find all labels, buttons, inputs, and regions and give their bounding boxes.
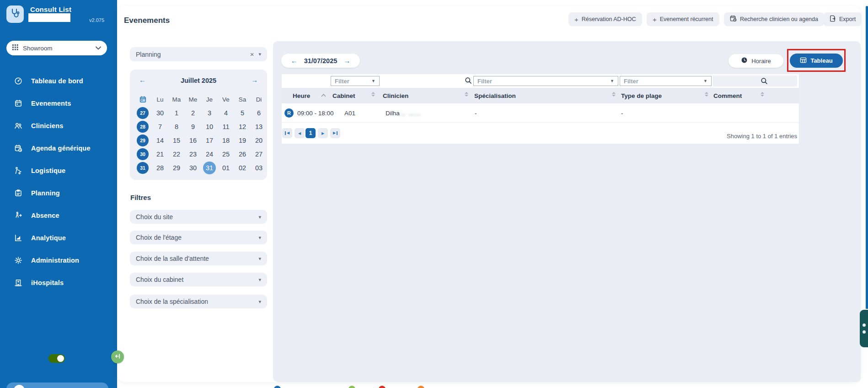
filter-select-site[interactable]: Choix du site ▾ xyxy=(130,210,267,224)
filter-select-specialisation[interactable]: Choix de la spécialisation ▾ xyxy=(130,295,267,308)
calendar-day[interactable]: 27 xyxy=(252,148,265,161)
calendar-day[interactable]: 24 xyxy=(203,148,216,161)
agenda-select[interactable]: Planning × ▾ xyxy=(130,47,267,61)
last-page-button[interactable]: ▶ xyxy=(330,128,340,138)
column-header-specialisation[interactable]: Spécialisation xyxy=(474,92,516,99)
calendar-day[interactable]: 02 xyxy=(236,162,249,174)
sort-icon[interactable] xyxy=(465,92,468,97)
calendar-day[interactable]: 01 xyxy=(220,162,232,174)
column-header-cabinet[interactable]: Cabinet xyxy=(332,92,355,99)
legend-dot-red xyxy=(379,386,386,388)
search-icon[interactable] xyxy=(465,77,472,86)
calendar-icon[interactable] xyxy=(134,96,152,103)
evenement-recurrent-button[interactable]: + Evenement récurrent xyxy=(647,12,719,26)
next-page-button[interactable]: ▶ xyxy=(318,128,328,138)
calendar-day[interactable]: 23 xyxy=(187,148,199,161)
scrollbar-thumb[interactable] xyxy=(866,6,868,309)
column-header-heure[interactable]: Heure xyxy=(293,92,310,99)
view-horaire-button[interactable]: Horaire xyxy=(729,54,783,68)
sidebar-item-logistique[interactable]: Logistique xyxy=(0,159,117,182)
calendar-day[interactable]: 19 xyxy=(236,134,249,147)
calendar-next-month-button[interactable]: → xyxy=(251,76,258,84)
calendar-day[interactable]: 25 xyxy=(220,148,232,161)
sidebar-item-absence[interactable]: Absence xyxy=(0,204,117,226)
calendar-day[interactable]: 21 xyxy=(154,148,166,161)
filter-select-etage[interactable]: Choix de l'étage ▾ xyxy=(130,231,267,244)
table-search-input[interactable] xyxy=(713,75,797,86)
page-1-button[interactable]: 1 xyxy=(305,128,316,138)
first-page-button[interactable]: ◀ xyxy=(282,128,292,138)
calendar-day[interactable]: 03 xyxy=(252,162,265,174)
table-row[interactable]: R 09:00 - 18:00 A01 Dilha… …… - - xyxy=(282,103,799,123)
sort-icon[interactable] xyxy=(761,92,764,97)
prev-page-button[interactable]: ◀ xyxy=(295,128,305,138)
sidebar-item-planning[interactable]: Planning xyxy=(0,182,117,204)
calendar-day-selected[interactable]: 31 xyxy=(203,162,216,174)
sidebar-item-tableau-de-bord[interactable]: Tableau de bord xyxy=(0,70,117,92)
help-widget[interactable] xyxy=(860,310,868,347)
sort-icon[interactable] xyxy=(612,92,616,97)
calendar-day[interactable]: 3 xyxy=(203,107,216,119)
calendar-day[interactable]: 1 xyxy=(170,107,183,119)
calendar-day[interactable]: 30 xyxy=(154,107,166,119)
collapse-sidebar-button[interactable] xyxy=(111,350,124,363)
calendar-day[interactable]: 12 xyxy=(236,120,249,133)
calendar-day[interactable]: 10 xyxy=(203,120,216,133)
sidebar-toggle[interactable] xyxy=(48,354,65,363)
recherche-clinicien-button[interactable]: Recherche clinicien ou agenda xyxy=(724,12,824,26)
next-day-button[interactable]: → xyxy=(343,57,350,65)
user-box[interactable] xyxy=(6,383,108,388)
column-header-clinicien[interactable]: Clinicien xyxy=(383,92,408,99)
sort-icon[interactable] xyxy=(371,92,375,97)
calendar-day[interactable]: 2 xyxy=(187,107,199,119)
calendar-day[interactable]: 11 xyxy=(220,120,232,133)
calendar-day[interactable]: 7 xyxy=(154,120,166,133)
legend-dot-green xyxy=(348,386,355,388)
specialisation-filter-dropdown[interactable]: Filter ▼ xyxy=(620,76,712,86)
filter-select-label: Choix de l'étage xyxy=(136,234,182,241)
avatar xyxy=(14,385,25,388)
cabinet-filter-dropdown[interactable]: Filter ▼ xyxy=(331,76,380,86)
sort-icon[interactable] xyxy=(705,92,708,97)
prev-day-button[interactable]: ← xyxy=(291,57,298,65)
sidebar-item-ihospitals[interactable]: iHospitals xyxy=(0,271,117,294)
sidebar-item-cliniciens[interactable]: Cliniciens xyxy=(0,114,117,137)
export-button[interactable]: Export xyxy=(823,12,862,26)
view-tableau-button[interactable]: Tableau xyxy=(790,54,843,68)
sidebar-item-agenda-generique[interactable]: Agenda générique xyxy=(0,137,117,159)
sidebar-item-evenements[interactable]: Evenements xyxy=(0,92,117,114)
calendar-day[interactable]: 8 xyxy=(170,120,183,133)
sidebar-item-label: Absence xyxy=(31,212,59,219)
calendar-day[interactable]: 26 xyxy=(236,148,249,161)
filter-select-cabinet[interactable]: Choix du cabinet ▾ xyxy=(130,273,267,286)
sort-asc-icon[interactable] xyxy=(321,94,326,99)
filter-select-salle-attente[interactable]: Choix de la salle d'attente ▾ xyxy=(130,252,267,265)
sidebar-item-administration[interactable]: Administration xyxy=(0,249,117,271)
calendar-day[interactable]: 17 xyxy=(203,134,216,147)
calendar-day[interactable]: 20 xyxy=(252,134,265,147)
sidebar-item-analytique[interactable]: Analytique xyxy=(0,226,117,249)
clinicien-filter-dropdown[interactable]: Filter ▼ xyxy=(473,76,618,86)
reservation-adhoc-button[interactable]: + Réservation AD-HOC xyxy=(568,12,642,26)
column-header-comment[interactable]: Comment xyxy=(713,92,742,99)
calendar-day[interactable]: 5 xyxy=(236,107,249,119)
calendar-day[interactable]: 15 xyxy=(170,134,183,147)
calendar-day[interactable]: 22 xyxy=(170,148,183,161)
calendar-day[interactable]: 6 xyxy=(252,107,265,119)
calendar-day[interactable]: 28 xyxy=(154,162,166,174)
hospital-icon xyxy=(14,279,22,287)
calendar-day[interactable]: 13 xyxy=(252,120,265,133)
calendar-day[interactable]: 9 xyxy=(187,120,199,133)
workspace-select[interactable]: Showroom xyxy=(6,41,107,55)
sidebar-item-label: Evenements xyxy=(31,100,71,107)
filter-placeholder: Filter xyxy=(335,78,349,85)
calendar-day[interactable]: 30 xyxy=(187,162,199,174)
clear-icon[interactable]: × xyxy=(250,50,254,58)
column-header-type-de-plage[interactable]: Type de plage xyxy=(621,92,662,99)
calendar-day[interactable]: 29 xyxy=(170,162,183,174)
calendar-day[interactable]: 4 xyxy=(220,107,232,119)
calendar-day[interactable]: 16 xyxy=(187,134,199,147)
app-logo[interactable] xyxy=(6,5,24,23)
calendar-day[interactable]: 14 xyxy=(154,134,166,147)
calendar-day[interactable]: 18 xyxy=(220,134,232,147)
